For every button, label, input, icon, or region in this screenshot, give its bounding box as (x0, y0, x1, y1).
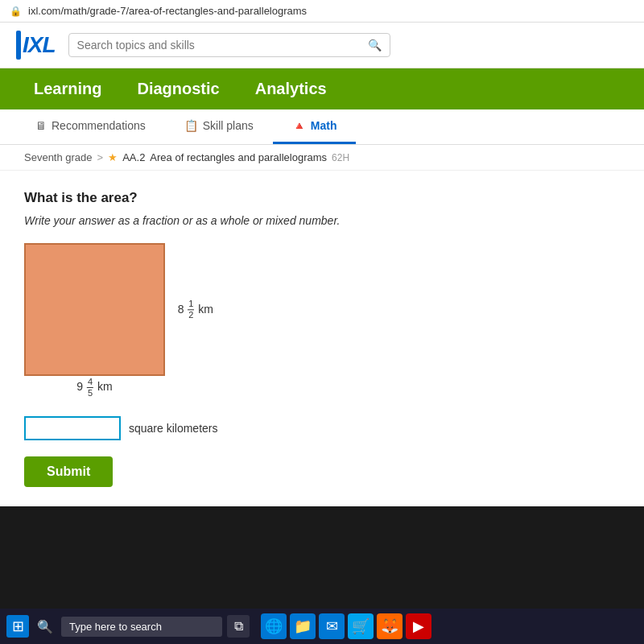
bottom-label: 9 4 5 km (76, 377, 112, 398)
side-label: 8 1 2 km (178, 299, 213, 320)
logo-text: IXL (23, 32, 56, 58)
side-denominator: 2 (188, 310, 194, 320)
breadcrumb-star: ★ (108, 151, 118, 163)
edge-icon[interactable]: 🌐 (261, 613, 287, 639)
tab-recommendations[interactable]: 🖥 Recommendations (16, 109, 165, 144)
rectangle-shape (24, 243, 165, 376)
taskbar-apps: 🌐 📁 ✉ 🛒 🦊 ▶ (261, 613, 431, 639)
taskview-icon[interactable]: 📁 (290, 613, 316, 639)
breadcrumb-badge: 62H (332, 152, 349, 163)
math-icon: 🔺 (292, 119, 306, 132)
nav-item-learning[interactable]: Learning (16, 68, 119, 109)
breadcrumb-skill-code: AA.2 (122, 151, 145, 163)
taskbar-search-placeholder: Type here to search (69, 621, 162, 633)
submit-button[interactable]: Submit (24, 456, 113, 487)
question-title: What is the area? (24, 190, 620, 206)
side-unit: km (198, 302, 213, 315)
taskbar: ⊞ 🔍 Type here to search ⧉ 🌐 📁 ✉ 🛒 🦊 ▶ (0, 609, 644, 644)
site-header: IXL 🔍 (0, 23, 644, 68)
task-view-icon[interactable]: ⧉ (227, 615, 250, 638)
address-bar: 🔒 ixl.com/math/grade-7/area-of-rectangle… (0, 0, 644, 23)
figure-area: 8 1 2 km 9 4 5 km (24, 243, 620, 376)
bottom-whole: 9 (76, 380, 83, 393)
bottom-numerator: 4 (87, 377, 93, 388)
store-icon[interactable]: 🛒 (348, 613, 374, 639)
extra-icon[interactable]: ▶ (406, 613, 431, 639)
breadcrumb: Seventh grade > ★ AA.2 Area of rectangle… (0, 145, 644, 171)
breadcrumb-grade: Seventh grade (24, 151, 93, 163)
logo-bar (16, 31, 21, 60)
search-icon: 🔍 (368, 39, 382, 52)
side-fraction: 1 2 (188, 299, 194, 320)
firefox-icon[interactable]: 🦊 (377, 613, 402, 639)
nav-item-analytics[interactable]: Analytics (237, 68, 345, 109)
main-content: What is the area? Write your answer as a… (0, 171, 644, 506)
tab-recommendations-label: Recommendations (52, 119, 146, 132)
breadcrumb-skill-name: Area of rectangles and parallelograms (150, 151, 327, 163)
tab-math[interactable]: 🔺 Math (273, 109, 357, 144)
bottom-unit: km (97, 380, 113, 393)
tab-skill-plans[interactable]: 📋 Skill plans (165, 109, 273, 144)
nav-bar: Learning Diagnostic Analytics (0, 68, 644, 109)
skill-plans-icon: 📋 (184, 119, 198, 132)
recommendations-icon: 🖥 (35, 119, 47, 132)
bottom-denominator: 5 (87, 388, 93, 398)
ixl-logo[interactable]: IXL (16, 31, 56, 60)
search-bar[interactable]: 🔍 (68, 33, 390, 57)
side-numerator: 1 (188, 299, 194, 310)
tab-skill-plans-label: Skill plans (203, 119, 254, 132)
tab-bar: 🖥 Recommendations 📋 Skill plans 🔺 Math (0, 109, 644, 145)
cortana-icon[interactable]: 🔍 (34, 615, 56, 638)
answer-area: square kilometers (24, 416, 620, 440)
side-whole: 8 (178, 302, 184, 315)
lock-icon: 🔒 (10, 6, 22, 17)
nav-item-diagnostic[interactable]: Diagnostic (119, 68, 237, 109)
rectangle-container: 8 1 2 km 9 4 5 km (24, 243, 165, 376)
answer-unit-label: square kilometers (129, 422, 218, 435)
search-input[interactable] (77, 39, 361, 52)
answer-input[interactable] (24, 416, 121, 440)
taskbar-search[interactable]: Type here to search (61, 617, 222, 637)
question-instruction: Write your answer as a fraction or as a … (24, 214, 620, 227)
breadcrumb-separator: > (97, 151, 104, 163)
mail-icon[interactable]: ✉ (319, 613, 345, 639)
url-text: ixl.com/math/grade-7/area-of-rectangles-… (28, 5, 307, 17)
bottom-fraction: 4 5 (87, 377, 93, 398)
windows-button[interactable]: ⊞ (6, 615, 29, 638)
tab-math-label: Math (311, 119, 337, 132)
